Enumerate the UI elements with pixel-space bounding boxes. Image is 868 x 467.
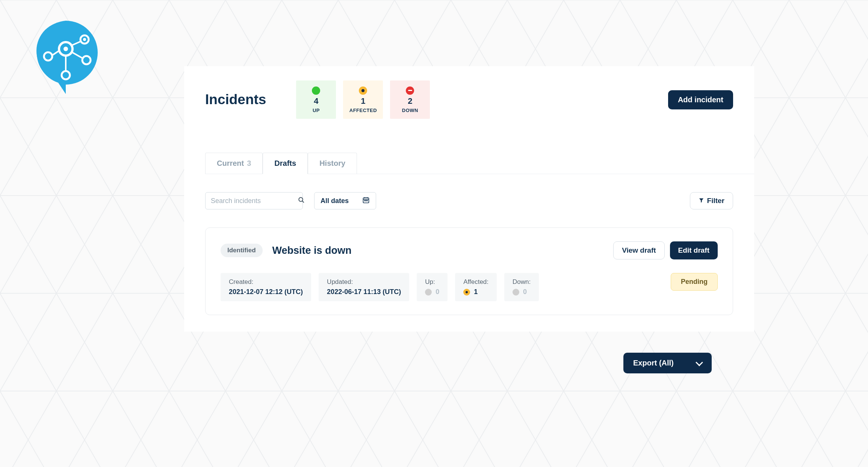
meta-affected: Affected: 1 — [455, 273, 497, 301]
status-widget-affected: 1 AFFECTED — [343, 80, 383, 119]
tab-current[interactable]: Current 3 — [205, 153, 263, 174]
incident-header: Identified Website is down View draft Ed… — [221, 241, 718, 259]
status-up-count: 4 — [314, 96, 318, 106]
meta-up-label: Up: — [425, 278, 439, 286]
down-dot-icon — [513, 289, 519, 296]
status-widget-down: 2 DOWN — [390, 80, 430, 119]
incident-status-badge: Identified — [221, 244, 263, 257]
search-input[interactable] — [211, 197, 298, 205]
tab-drafts[interactable]: Drafts — [263, 153, 308, 174]
filter-bar: All dates Filter — [184, 174, 754, 209]
meta-affected-value: 1 — [463, 288, 488, 296]
view-draft-button[interactable]: View draft — [613, 241, 664, 259]
incident-title: Website is down — [272, 245, 352, 256]
svg-point-6 — [83, 38, 86, 41]
filter-button[interactable]: Filter — [690, 192, 733, 209]
status-down-label: DOWN — [402, 108, 418, 113]
meta-created-label: Created: — [229, 278, 303, 286]
affected-dot-icon — [463, 289, 470, 296]
export-button-label: Export (All) — [633, 359, 674, 367]
svg-point-20 — [366, 200, 366, 201]
status-up-icon — [312, 86, 320, 95]
funnel-icon — [699, 197, 704, 205]
status-widget-up: 4 UP — [296, 80, 336, 119]
calendar-icon — [362, 196, 370, 206]
tabs: Current 3 Drafts History — [205, 153, 754, 174]
meta-updated: Updated: 2022-06-17 11:13 (UTC) — [319, 273, 409, 301]
search-box — [205, 192, 303, 209]
status-down-count: 2 — [408, 96, 412, 106]
meta-down-value: 0 — [513, 288, 531, 296]
pending-badge: Pending — [671, 273, 718, 291]
meta-updated-value: 2022-06-17 11:13 (UTC) — [327, 288, 401, 296]
meta-up-value: 0 — [425, 288, 439, 296]
meta-updated-label: Updated: — [327, 278, 401, 286]
edit-draft-button[interactable]: Edit draft — [670, 241, 718, 259]
status-down-icon — [406, 86, 414, 95]
incident-card: Identified Website is down View draft Ed… — [205, 227, 733, 315]
svg-point-19 — [364, 200, 365, 201]
up-dot-icon — [425, 289, 432, 296]
main-content-card: Incidents 4 UP 1 AFFECTED 2 DOWN Add inc… — [184, 66, 754, 332]
svg-line-14 — [302, 201, 304, 203]
meta-created-value: 2021-12-07 12:12 (UTC) — [229, 288, 303, 296]
incident-meta-row: Created: 2021-12-07 12:12 (UTC) Updated:… — [221, 273, 718, 301]
svg-point-3 — [64, 47, 68, 51]
meta-down-label: Down: — [513, 278, 531, 286]
tab-drafts-label: Drafts — [274, 159, 296, 168]
status-affected-label: AFFECTED — [349, 108, 377, 113]
meta-down: Down: 0 — [504, 273, 539, 301]
date-filter-label: All dates — [321, 197, 349, 205]
status-affected-icon — [359, 86, 367, 95]
tab-history-label: History — [319, 159, 345, 168]
status-summary: 4 UP 1 AFFECTED 2 DOWN — [296, 80, 430, 119]
tab-current-label: Current — [217, 159, 244, 168]
chevron-down-icon — [696, 359, 703, 366]
add-incident-button[interactable]: Add incident — [668, 90, 733, 109]
svg-point-13 — [299, 197, 303, 202]
app-logo — [34, 21, 98, 97]
svg-point-21 — [367, 200, 368, 201]
search-icon[interactable] — [298, 197, 305, 205]
status-affected-count: 1 — [361, 96, 365, 106]
page-title: Incidents — [205, 92, 266, 108]
meta-up: Up: 0 — [417, 273, 448, 301]
header-row: Incidents 4 UP 1 AFFECTED 2 DOWN Add inc… — [184, 66, 754, 119]
tab-history[interactable]: History — [308, 153, 357, 174]
meta-created: Created: 2021-12-07 12:12 (UTC) — [221, 273, 311, 301]
tab-current-count: 3 — [247, 159, 251, 168]
status-up-label: UP — [313, 108, 320, 113]
export-button[interactable]: Export (All) — [623, 353, 712, 373]
meta-affected-label: Affected: — [463, 278, 488, 286]
date-filter[interactable]: All dates — [314, 192, 376, 209]
filter-button-label: Filter — [707, 197, 724, 205]
